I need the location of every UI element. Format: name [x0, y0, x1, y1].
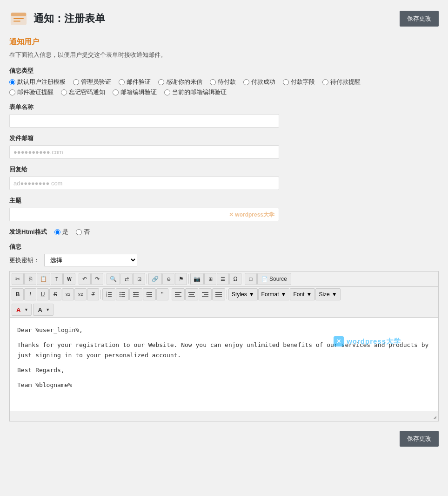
- paste-word-button[interactable]: W: [63, 273, 75, 285]
- form-name-input[interactable]: Admin: [9, 114, 279, 128]
- radio-thanks[interactable]: 感谢你的来信: [158, 78, 202, 86]
- message-type-group: 默认用户注册模板 管理员验证 邮件验证 感谢你的来信 待付款 付款成功 付款字段: [9, 78, 439, 86]
- paste-button[interactable]: 📋: [37, 273, 50, 285]
- reply-to-label: 回复给: [9, 165, 439, 174]
- superscript-button[interactable]: x2: [74, 288, 87, 300]
- send-html-row: 发送Html格式 是 否: [9, 228, 439, 236]
- cut-button[interactable]: ✂: [12, 273, 24, 285]
- title-area: 通知：注册表单: [9, 9, 105, 28]
- italic-button[interactable]: I: [24, 288, 36, 300]
- subscript-button[interactable]: x2: [62, 288, 74, 300]
- align-left-button[interactable]: [172, 288, 185, 300]
- message-type-label: 信息类型: [9, 67, 439, 75]
- copy-button[interactable]: ⎘: [24, 273, 36, 285]
- bold-button[interactable]: B: [12, 288, 24, 300]
- underline-button[interactable]: U: [37, 288, 49, 300]
- sep8: [227, 290, 227, 299]
- from-email-input[interactable]: [9, 145, 279, 159]
- ol-button[interactable]: 1.2.3.: [102, 288, 115, 300]
- toolbar-row1: ✂ ⎘ 📋 T W ↶ ↷ 🔍 ⇄ ⊡ 🔗 ⊖ ⚑ 📷 ⊞ ☰: [10, 272, 438, 287]
- message-type-group2: 邮件验证提醒 忘记密码通知 邮箱编辑验证 当前的邮箱编辑验证: [9, 88, 439, 96]
- size-dropdown[interactable]: Size ▼: [315, 288, 340, 300]
- format-chevron-icon: ▼: [281, 291, 287, 298]
- content-line2: Thanks for your registration to our Webs…: [17, 340, 431, 360]
- editor-wrap: Dear %user_login%, Thanks for your regis…: [10, 318, 438, 411]
- styles-dropdown[interactable]: Styles ▼: [228, 288, 258, 300]
- undo-button[interactable]: ↶: [79, 273, 91, 285]
- table-button[interactable]: ⊞: [204, 273, 216, 285]
- align-button[interactable]: ☰: [217, 273, 229, 285]
- resize-handle[interactable]: [10, 411, 438, 421]
- image-button[interactable]: 📷: [190, 273, 204, 285]
- select-all-button[interactable]: ⊡: [133, 273, 145, 285]
- radio-html-no[interactable]: 否: [76, 228, 90, 236]
- toolbar-row2: B I U S x2 x2 T 1.2.3.: [10, 287, 438, 302]
- radio-payment-field[interactable]: 付款字段: [283, 78, 315, 86]
- svg-text:3.: 3.: [106, 295, 107, 297]
- align-center-button[interactable]: [185, 288, 198, 300]
- subject-input[interactable]: Default User Registration Template: [9, 208, 279, 221]
- sep4: [188, 274, 189, 284]
- format-dropdown[interactable]: Format ▼: [258, 288, 290, 300]
- notify-section: 通知用户 在下面输入信息，以便用户提交这个表单时接收通知邮件。 信息类型 默认用…: [9, 37, 439, 421]
- blockquote-button[interactable]: ": [156, 288, 168, 300]
- form-name-label: 表单名称: [9, 103, 439, 111]
- outdent-button[interactable]: [129, 288, 142, 300]
- from-email-label: 发件邮箱: [9, 134, 439, 143]
- content-line3: Best Regards,: [17, 365, 431, 375]
- content-line4: Team %blogname%: [17, 380, 431, 390]
- svg-marker-23: [147, 293, 148, 295]
- radio-default-template[interactable]: 默认用户注册模板: [9, 78, 66, 86]
- resize-icon: [430, 412, 436, 419]
- font-dropdown[interactable]: Font ▼: [290, 288, 315, 300]
- backcolor-arrow-button[interactable]: ▼: [45, 304, 51, 316]
- subject-label: 主题: [9, 197, 439, 205]
- svg-marker-19: [133, 293, 134, 295]
- radio-current-email-verify[interactable]: 当前的邮箱编辑验证: [164, 88, 227, 96]
- redo-button[interactable]: ↷: [91, 273, 103, 285]
- align-right-button[interactable]: [199, 288, 212, 300]
- source-icon: 📄: [261, 276, 268, 282]
- replace-key-select[interactable]: 选择 %user_login% %user_email% %blogname%: [44, 254, 137, 266]
- save-button-top[interactable]: 保存更改: [400, 11, 439, 27]
- forecolor-arrow-button[interactable]: ▼: [23, 304, 29, 316]
- forecolor-button[interactable]: A: [14, 305, 23, 315]
- find-button[interactable]: 🔍: [107, 273, 120, 285]
- radio-email-edit-verify[interactable]: 邮箱编辑验证: [113, 88, 157, 96]
- radio-pending[interactable]: 待付款: [210, 78, 236, 86]
- source-button[interactable]: 📄 Source: [257, 273, 291, 285]
- replace-key-label: 更换密钥：: [9, 256, 40, 265]
- align-justify-button[interactable]: [212, 288, 225, 300]
- radio-email-verify-reminder[interactable]: 邮件验证提醒: [9, 88, 53, 96]
- radio-payment-reminder[interactable]: 待付款提醒: [322, 78, 361, 86]
- radio-email-verify[interactable]: 邮件验证: [119, 78, 151, 86]
- reply-to-input[interactable]: [9, 177, 279, 190]
- indent-button[interactable]: [143, 288, 156, 300]
- unlink-button[interactable]: ⊖: [162, 273, 174, 285]
- description: 在下面输入信息，以便用户提交这个表单时接收通知邮件。: [9, 51, 439, 59]
- radio-payment-success[interactable]: 付款成功: [243, 78, 275, 86]
- radio-html-yes[interactable]: 是: [54, 228, 68, 236]
- replace-button[interactable]: ⇄: [120, 273, 133, 285]
- paste-text-button[interactable]: T: [51, 273, 63, 285]
- send-html-label: 发送Html格式: [9, 228, 47, 236]
- message-label: 信息: [9, 243, 439, 251]
- remove-format-button[interactable]: T: [87, 288, 99, 300]
- backcolor-group: A ▼: [33, 304, 53, 316]
- fullscreen-button[interactable]: □: [245, 273, 257, 285]
- link-button[interactable]: 🔗: [148, 273, 162, 285]
- page-icon: [9, 9, 28, 28]
- page-title: 通知：注册表单: [33, 12, 105, 26]
- radio-forget-password[interactable]: 忘记密码通知: [61, 88, 105, 96]
- strikethrough-button[interactable]: S: [49, 288, 61, 300]
- ul-button[interactable]: [116, 288, 129, 300]
- special-char-button[interactable]: Ω: [229, 273, 241, 285]
- sep7: [170, 290, 170, 299]
- save-button-bottom[interactable]: 保存更改: [400, 431, 439, 447]
- backcolor-button[interactable]: A: [35, 305, 44, 315]
- editor-content[interactable]: Dear %user_login%, Thanks for your regis…: [10, 318, 438, 411]
- anchor-button[interactable]: ⚑: [175, 273, 187, 285]
- radio-admin-verify[interactable]: 管理员验证: [73, 78, 111, 86]
- sep3: [147, 274, 147, 284]
- sep5: [243, 274, 243, 284]
